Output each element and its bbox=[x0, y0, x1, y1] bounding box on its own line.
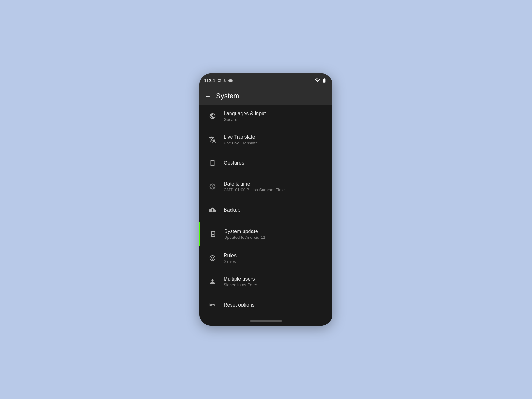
gestures-text: Gestures bbox=[224, 160, 244, 166]
settings-item-system-update[interactable]: System update Updated to Android 12 bbox=[200, 222, 332, 246]
settings-item-backup[interactable]: Backup bbox=[200, 198, 332, 222]
gestures-icon bbox=[206, 156, 219, 170]
settings-item-date-time[interactable]: Date & time GMT+01:00 British Summer Tim… bbox=[200, 175, 332, 198]
system-update-title: System update bbox=[224, 229, 265, 234]
home-bar bbox=[250, 320, 282, 322]
back-button[interactable]: ← bbox=[205, 92, 211, 100]
system-update-text: System update Updated to Android 12 bbox=[224, 229, 265, 240]
system-update-icon bbox=[206, 227, 220, 241]
status-notification-icons bbox=[217, 78, 233, 83]
home-indicator bbox=[200, 317, 332, 326]
languages-input-text: Languages & input Gboard bbox=[224, 111, 266, 122]
live-translate-text: Live Translate Use Live Translate bbox=[224, 134, 258, 145]
settings-item-rules[interactable]: Rules 0 rules bbox=[200, 246, 332, 270]
globe-icon bbox=[206, 110, 219, 123]
reset-icon bbox=[206, 298, 219, 312]
date-time-title: Date & time bbox=[224, 181, 285, 187]
status-time: 11:04 bbox=[204, 78, 215, 83]
date-time-subtitle: GMT+01:00 British Summer Time bbox=[224, 187, 285, 192]
languages-input-title: Languages & input bbox=[224, 111, 266, 117]
gestures-title: Gestures bbox=[224, 160, 244, 166]
reset-options-text: Reset options bbox=[224, 302, 255, 308]
rules-subtitle: 0 rules bbox=[224, 259, 237, 264]
phone-container: 11:04 bbox=[200, 73, 332, 326]
live-translate-subtitle: Use Live Translate bbox=[224, 141, 258, 145]
page-title: System bbox=[216, 92, 239, 100]
multiple-users-text: Multiple users Signed in as Peter bbox=[224, 276, 257, 287]
download-icon bbox=[223, 78, 227, 83]
settings-item-languages-input[interactable]: Languages & input Gboard bbox=[200, 104, 332, 128]
reset-options-title: Reset options bbox=[224, 302, 255, 308]
rules-text: Rules 0 rules bbox=[224, 253, 237, 264]
settings-item-gestures[interactable]: Gestures bbox=[200, 151, 332, 175]
rules-title: Rules bbox=[224, 253, 237, 258]
backup-text: Backup bbox=[224, 207, 240, 213]
settings-item-live-translate[interactable]: Live Translate Use Live Translate bbox=[200, 128, 332, 151]
backup-title: Backup bbox=[224, 207, 240, 213]
settings-item-reset-options[interactable]: Reset options bbox=[200, 293, 332, 317]
live-translate-title: Live Translate bbox=[224, 134, 258, 140]
settings-item-multiple-users[interactable]: Multiple users Signed in as Peter bbox=[200, 270, 332, 293]
status-bar: 11:04 bbox=[200, 73, 332, 87]
multiple-users-subtitle: Signed in as Peter bbox=[224, 282, 257, 287]
settings-list: Languages & input Gboard Live Translate … bbox=[200, 104, 332, 317]
clock-icon bbox=[206, 180, 219, 193]
gear-icon bbox=[217, 78, 221, 83]
battery-icon bbox=[322, 78, 327, 83]
rules-icon bbox=[206, 251, 219, 265]
wifi-icon bbox=[315, 78, 320, 83]
multiple-users-title: Multiple users bbox=[224, 276, 257, 282]
system-update-subtitle: Updated to Android 12 bbox=[224, 235, 265, 240]
status-right bbox=[315, 78, 327, 83]
page-header: ← System bbox=[200, 87, 332, 104]
languages-input-subtitle: Gboard bbox=[224, 117, 266, 122]
status-left: 11:04 bbox=[204, 78, 233, 83]
cloud-icon bbox=[228, 78, 233, 83]
translate-icon bbox=[206, 133, 219, 146]
person-icon bbox=[206, 275, 219, 288]
date-time-text: Date & time GMT+01:00 British Summer Tim… bbox=[224, 181, 285, 192]
backup-icon bbox=[206, 203, 219, 217]
